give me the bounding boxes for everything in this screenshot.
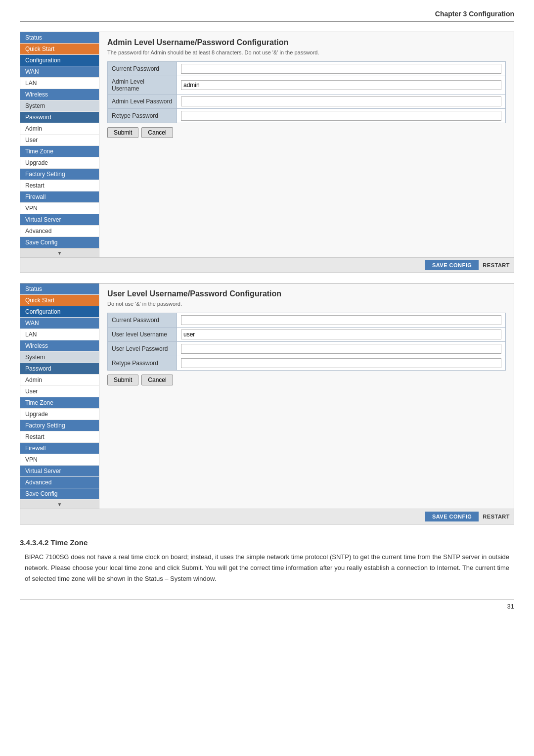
admin-panel-subtitle: The password for Admin should be at leas… (107, 49, 506, 56)
chapter-header: Chapter 3 Configuration (20, 10, 514, 22)
sidebar-item-system[interactable]: System (20, 100, 99, 112)
sidebar-item-configuration[interactable]: Configuration (20, 55, 99, 66)
form-label: Admin Level Password (108, 94, 177, 109)
sidebar-1: StatusQuick StartConfigurationWANLANWire… (20, 32, 99, 257)
user-panel-subtitle: Do not use '&' in the password. (107, 300, 506, 308)
user-save-config-button[interactable]: SAVE CONFIG (425, 512, 479, 521)
sidebar-item-lan[interactable]: LAN (20, 329, 99, 340)
form-value-cell (177, 328, 506, 342)
form-row: Retype Password (108, 356, 506, 371)
form-row: Current Password (108, 313, 506, 328)
form-row: Admin Level Username (108, 76, 506, 94)
sidebar-item-status[interactable]: Status (20, 32, 99, 44)
form-row: Admin Level Password (108, 94, 506, 109)
sidebar-item-restart[interactable]: Restart (20, 431, 99, 443)
sidebar-item-admin[interactable]: Admin (20, 375, 99, 386)
user-password-screenshot: StatusQuick StartConfigurationWANLANWire… (20, 283, 514, 524)
sidebar-item-quick-start[interactable]: Quick Start (20, 44, 99, 55)
form-label: Current Password (108, 62, 177, 76)
admin-form-table: Current PasswordAdmin Level UsernameAdmi… (107, 61, 506, 123)
sidebar-item-wan[interactable]: WAN (20, 66, 99, 78)
form-input-retype-password[interactable] (181, 358, 501, 368)
user-restart-button[interactable]: RESTART (483, 514, 510, 520)
form-row: Current Password (108, 62, 506, 76)
form-row: User Level Password (108, 342, 506, 356)
sidebar-item-password[interactable]: Password (20, 363, 99, 375)
admin-restart-button[interactable]: RESTART (483, 262, 510, 268)
form-value-cell (177, 109, 506, 123)
sidebar-item-advanced[interactable]: Advanced (20, 477, 99, 488)
form-label: Current Password (108, 313, 177, 328)
admin-cancel-button[interactable]: Cancel (141, 127, 173, 138)
sidebar-item-wireless[interactable]: Wireless (20, 89, 99, 100)
sidebar-2: StatusQuick StartConfigurationWANLANWire… (20, 284, 99, 509)
sidebar-item-factory-setting[interactable]: Factory Setting (20, 420, 99, 431)
user-submit-button[interactable]: Submit (107, 375, 138, 385)
form-value-cell (177, 62, 506, 76)
form-input-current-password[interactable] (181, 315, 501, 325)
sidebar-item-factory-setting[interactable]: Factory Setting (20, 169, 99, 180)
sidebar-item-time-zone[interactable]: Time Zone (20, 146, 99, 157)
section-body: BIPAC 7100SG does not have a real time c… (20, 552, 514, 584)
scroll-down-icon: ▼ (57, 250, 62, 256)
form-value-cell (177, 76, 506, 94)
form-input-retype-password[interactable] (181, 111, 501, 121)
sidebar-item-system[interactable]: System (20, 352, 99, 363)
sidebar-item-user[interactable]: User (20, 386, 99, 397)
sidebar-item-upgrade[interactable]: Upgrade (20, 157, 99, 169)
sidebar-item-save-config[interactable]: Save Config (20, 237, 99, 248)
sidebar-item-virtual-server[interactable]: Virtual Server (20, 466, 99, 477)
form-label: User level Username (108, 328, 177, 342)
user-form-buttons: Submit Cancel (107, 375, 506, 385)
sidebar-item-user[interactable]: User (20, 135, 99, 146)
form-value-cell (177, 356, 506, 371)
sidebar-item-firewall[interactable]: Firewall (20, 191, 99, 203)
sidebar-scroll[interactable]: ▼ (20, 500, 99, 509)
sidebar-item-admin[interactable]: Admin (20, 123, 99, 135)
sidebar-item-save-config[interactable]: Save Config (20, 488, 99, 500)
form-input-admin-level-username[interactable] (181, 80, 501, 90)
form-input-current-password[interactable] (181, 64, 501, 74)
user-form-table: Current PasswordUser level UsernameUser … (107, 313, 506, 371)
form-value-cell (177, 94, 506, 109)
admin-bottom-bar: SAVE CONFIG RESTART (20, 257, 514, 273)
admin-save-config-button[interactable]: SAVE CONFIG (425, 260, 479, 270)
user-panel-title: User Level Username/Password Configurati… (107, 289, 506, 298)
form-value-cell (177, 342, 506, 356)
sidebar-item-lan[interactable]: LAN (20, 78, 99, 89)
admin-submit-button[interactable]: Submit (107, 127, 138, 138)
sidebar-item-upgrade[interactable]: Upgrade (20, 409, 99, 420)
sidebar-item-quick-start[interactable]: Quick Start (20, 295, 99, 306)
sidebar-item-vpn[interactable]: VPN (20, 203, 99, 214)
form-input-user-level-password[interactable] (181, 344, 501, 354)
user-panel-content: User Level Username/Password Configurati… (99, 284, 514, 509)
form-input-user-level-username[interactable] (181, 330, 501, 339)
form-input-admin-level-password[interactable] (181, 96, 501, 106)
form-label: Retype Password (108, 356, 177, 371)
sidebar-item-firewall[interactable]: Firewall (20, 443, 99, 454)
sidebar-scroll[interactable]: ▼ (20, 248, 99, 257)
sidebar-item-password[interactable]: Password (20, 112, 99, 123)
form-label: User Level Password (108, 342, 177, 356)
form-label: Admin Level Username (108, 76, 177, 94)
sidebar-item-virtual-server[interactable]: Virtual Server (20, 214, 99, 226)
admin-panel-title: Admin Level Username/Password Configurat… (107, 38, 506, 47)
section-heading: 3.4.3.4.2 Time Zone (20, 538, 514, 547)
sidebar-item-status[interactable]: Status (20, 284, 99, 295)
sidebar-item-wireless[interactable]: Wireless (20, 340, 99, 352)
sidebar-item-vpn[interactable]: VPN (20, 454, 99, 466)
sidebar-item-advanced[interactable]: Advanced (20, 226, 99, 237)
scroll-down-icon: ▼ (57, 502, 62, 507)
user-cancel-button[interactable]: Cancel (141, 375, 173, 385)
sidebar-item-wan[interactable]: WAN (20, 318, 99, 329)
user-bottom-bar: SAVE CONFIG RESTART (20, 509, 514, 524)
chapter-title: Chapter 3 Configuration (435, 10, 514, 18)
form-label: Retype Password (108, 109, 177, 123)
admin-password-screenshot: StatusQuick StartConfigurationWANLANWire… (20, 32, 514, 273)
admin-form-buttons: Submit Cancel (107, 127, 506, 138)
sidebar-item-restart[interactable]: Restart (20, 180, 99, 191)
sidebar-item-time-zone[interactable]: Time Zone (20, 397, 99, 409)
sidebar-item-configuration[interactable]: Configuration (20, 306, 99, 318)
form-value-cell (177, 313, 506, 328)
page-number: 31 (20, 599, 514, 610)
